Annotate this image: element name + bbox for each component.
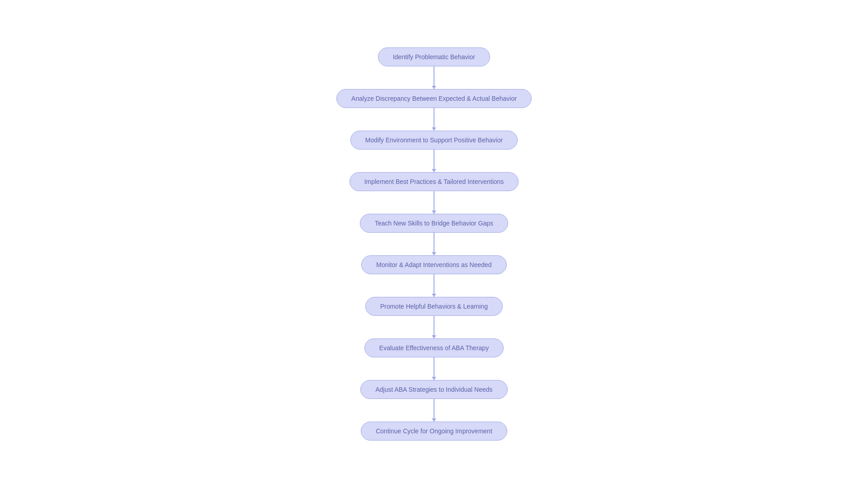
node-5: Teach New Skills to Bridge Behavior Gaps xyxy=(360,214,508,233)
node-7: Promote Helpful Behaviors & Learning xyxy=(365,297,503,316)
flowchart: Identify Problematic BehaviorAnalyze Dis… xyxy=(336,47,532,441)
connector-2 xyxy=(434,108,434,131)
connector-4 xyxy=(434,191,434,214)
connector-8 xyxy=(434,357,434,380)
connector-9 xyxy=(434,399,434,422)
node-8: Evaluate Effectiveness of ABA Therapy xyxy=(364,338,504,357)
connector-3 xyxy=(434,150,434,172)
node-2: Analyze Discrepancy Between Expected & A… xyxy=(336,89,532,108)
connector-6 xyxy=(434,274,434,297)
node-9: Adjust ABA Strategies to Individual Need… xyxy=(360,380,507,399)
connector-7 xyxy=(434,316,434,338)
connector-1 xyxy=(434,66,434,89)
node-1: Identify Problematic Behavior xyxy=(378,47,490,66)
node-10: Continue Cycle for Ongoing Improvement xyxy=(361,422,507,441)
node-6: Monitor & Adapt Interventions as Needed xyxy=(361,255,506,274)
connector-5 xyxy=(434,233,434,255)
node-4: Implement Best Practices & Tailored Inte… xyxy=(349,172,519,191)
node-3: Modify Environment to Support Positive B… xyxy=(350,131,518,150)
